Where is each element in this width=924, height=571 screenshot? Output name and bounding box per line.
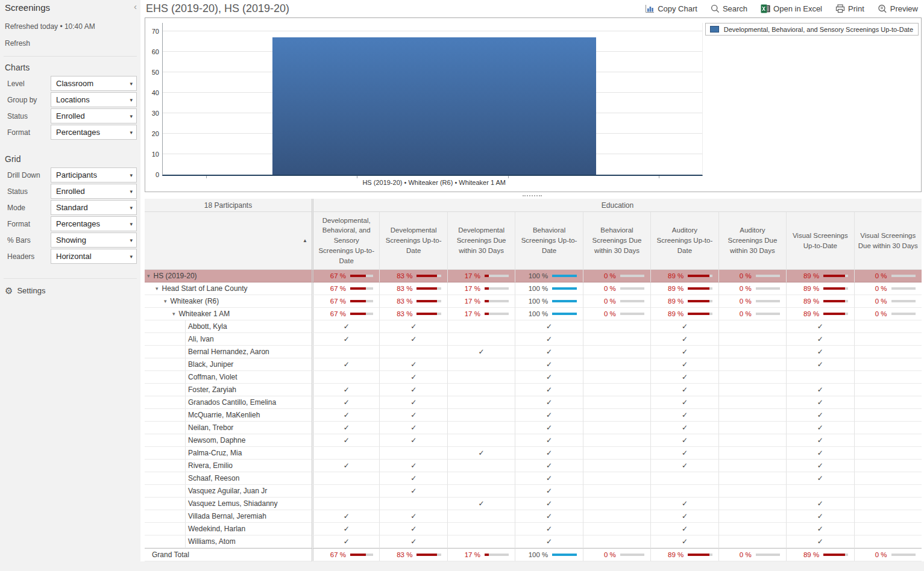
participant-row[interactable]: Vasquez Aguilar, Juan Jr✓✓ (145, 485, 922, 498)
dropdown-format[interactable]: Percentages▾ (51, 216, 137, 231)
dropdown-mode[interactable]: Standard▾ (51, 200, 137, 215)
summary-name-cell[interactable]: ▾Whiteaker (R6) (145, 295, 312, 308)
percent-bar-fill (552, 300, 576, 302)
percent-bar-track (552, 287, 576, 290)
expander-icon[interactable]: ▾ (172, 311, 175, 317)
participant-name-cell[interactable]: Villada Bernal, Jeremiah (145, 510, 312, 523)
column-header-visual-screenings-up-to-date[interactable]: Visual Screenings Up-to-Date (786, 212, 853, 270)
participant-name-cell[interactable]: Schaaf, Reeson (145, 472, 312, 485)
chart-grid-splitter[interactable] (140, 192, 924, 199)
collapse-sidebar-icon[interactable]: ‹ (134, 1, 137, 11)
empty-cell (854, 396, 922, 409)
dropdown-group-by[interactable]: Locations▾ (51, 92, 137, 107)
participant-name-cell[interactable]: McQuarrie, MaKenlieh (145, 409, 312, 422)
participant-row[interactable]: Coffman, Violet✓✓✓ (145, 371, 922, 384)
percent-cell: 89 % (786, 308, 853, 320)
participant-name-cell[interactable]: Granados Cantillo, Emelina (145, 396, 312, 409)
participant-row[interactable]: Foster, Zaryiah✓✓✓✓✓ (145, 384, 922, 396)
participant-name-cell[interactable]: Wedekind, Harlan (145, 523, 312, 535)
column-header-developmental-screenings-due-within-30-days[interactable]: Developmental Screenings Due within 30 D… (447, 212, 515, 270)
participant-row[interactable]: Rivera, Emilio✓✓✓✓✓ (145, 460, 922, 472)
participant-row[interactable]: Wedekind, Harlan✓✓✓✓✓ (145, 523, 922, 535)
toolbar-preview-button[interactable]: Preview (878, 4, 918, 13)
expander-icon[interactable]: ▾ (147, 273, 150, 279)
summary-name-cell[interactable]: ▾Whiteaker 1 AM (145, 308, 312, 320)
column-header-behavioral-screenings-up-to-date[interactable]: Behavioral Screenings Up-to-Date (515, 212, 582, 270)
toolbar-copy-chart-button[interactable]: Copy Chart (645, 4, 697, 13)
participant-name-cell[interactable]: Vasquez Aguilar, Juan Jr (145, 485, 312, 498)
percent-bar-track (891, 554, 916, 556)
column-header-auditory-screenings-up-to-date[interactable]: Auditory Screenings Up-to-Date (650, 212, 718, 270)
participant-row[interactable]: Ali, Ivan✓✓✓✓✓ (145, 333, 922, 346)
checkmark-icon: ✓ (650, 422, 718, 434)
participant-row[interactable]: Black, Juniper✓✓✓✓✓ (145, 358, 922, 371)
column-header-auditory-screenings-due-within-30-days[interactable]: Auditory Screenings Due within 30 Days (718, 212, 786, 270)
percent-cell: 89 % (650, 282, 718, 295)
summary-row[interactable]: ▾Whiteaker 1 AM67 %83 %17 %100 %0 %89 %0… (145, 308, 922, 320)
participant-name-cell[interactable]: Newsom, Daphne (145, 434, 312, 447)
checkmark-icon: ✓ (650, 447, 718, 460)
participant-name-cell[interactable]: Bernal Hernandez, Aaron (145, 346, 312, 358)
participant-name-cell[interactable]: Palma-Cruz, Mia (145, 447, 312, 460)
column-header-visual-screenings-due-within-30-days[interactable]: Visual Screenings Due within 30 Days (854, 212, 922, 270)
participant-name-cell[interactable]: Abbott, Kyla (145, 320, 312, 333)
expander-icon[interactable]: ▾ (164, 298, 167, 304)
summary-name-cell[interactable]: ▾HS (2019-20) (145, 270, 312, 282)
participant-name-cell[interactable]: Rivera, Emilio (145, 460, 312, 472)
column-header-behavioral-screenings-due-within-30-days[interactable]: Behavioral Screenings Due within 30 Days (583, 212, 650, 270)
dropdown-drill-down[interactable]: Participants▾ (51, 167, 137, 183)
dropdown-status[interactable]: Enrolled▾ (51, 184, 137, 199)
name-column-header[interactable]: ▲ (145, 212, 312, 270)
column-header-developmental-screenings-up-to-date[interactable]: Developmental Screenings Up-to-Date (379, 212, 447, 270)
summary-row[interactable]: ▾Head Start of Lane County67 %83 %17 %10… (145, 282, 922, 295)
settings-button[interactable]: ⚙ Settings (0, 279, 140, 302)
chart-bar[interactable] (272, 37, 596, 175)
participant-row[interactable]: Neilan, Trebor✓✓✓✓✓ (145, 422, 922, 434)
percent-bar-track (485, 554, 509, 556)
participants-count-header[interactable]: 18 Participants (145, 199, 312, 212)
percent-bar-track (688, 287, 712, 290)
participant-row[interactable]: Bernal Hernandez, Aaron✓✓✓✓ (145, 346, 922, 358)
participant-row[interactable]: Newsom, Daphne✓✓✓✓✓ (145, 434, 922, 447)
empty-cell (854, 472, 922, 485)
checkmark-icon: ✓ (786, 498, 853, 510)
participant-row[interactable]: Granados Cantillo, Emelina✓✓✓✓✓ (145, 396, 922, 409)
percent-bar-fill (552, 275, 576, 277)
dropdown-headers[interactable]: Horizontal▾ (51, 249, 137, 264)
empty-cell (854, 358, 922, 371)
participant-name-cell[interactable]: Foster, Zaryiah (145, 384, 312, 396)
toolbar-open-in-excel-button[interactable]: Open in Excel (761, 4, 822, 13)
summary-row[interactable]: ▾Whiteaker (R6)67 %83 %17 %100 %0 %89 %0… (145, 295, 922, 308)
y-axis-tick-label: 60 (146, 48, 159, 55)
participant-name-cell[interactable]: Black, Juniper (145, 358, 312, 371)
empty-cell (447, 460, 515, 472)
participant-row[interactable]: Schaaf, Reeson✓✓✓ (145, 472, 922, 485)
column-header-developmental-behavioral-and-sensory-screenings-up-to-date[interactable]: Developmental, Behavioral, and Sensory S… (312, 212, 379, 270)
participant-row[interactable]: Palma-Cruz, Mia✓✓✓✓ (145, 447, 922, 460)
dropdown-format[interactable]: Percentages▾ (51, 125, 137, 140)
dropdown-bars[interactable]: Showing▾ (51, 232, 137, 248)
field-label-status: Status (7, 187, 51, 196)
dropdown-level[interactable]: Classroom▾ (51, 76, 137, 91)
empty-cell (583, 447, 650, 460)
percent-value: 67 % (321, 285, 346, 292)
participant-row[interactable]: Abbott, Kyla✓✓✓✓✓ (145, 320, 922, 333)
participant-row[interactable]: Vasquez Lemus, Shiadanny✓✓✓✓ (145, 498, 922, 510)
participant-name-cell[interactable]: Vasquez Lemus, Shiadanny (145, 498, 312, 510)
participant-name-cell[interactable]: Coffman, Violet (145, 371, 312, 384)
participant-row[interactable]: McQuarrie, MaKenlieh✓✓✓✓✓ (145, 409, 922, 422)
participant-name-cell[interactable]: Ali, Ivan (145, 333, 312, 346)
participant-name-cell[interactable]: Neilan, Trebor (145, 422, 312, 434)
summary-name-cell[interactable]: ▾Head Start of Lane County (145, 282, 312, 295)
summary-row[interactable]: ▾HS (2019-20)67 %83 %17 %100 %0 %89 %0 %… (145, 270, 922, 282)
toolbar-print-button[interactable]: Print (835, 4, 864, 13)
participant-row[interactable]: Williams, Atom✓✓✓✓✓ (145, 535, 922, 548)
participant-row[interactable]: Villada Bernal, Jeremiah✓✓✓✓✓ (145, 510, 922, 523)
percent-value: 0 % (862, 285, 887, 292)
dropdown-status[interactable]: Enrolled▾ (51, 108, 137, 123)
expander-icon[interactable]: ▾ (156, 286, 159, 292)
percent-bar-fill (823, 275, 845, 277)
toolbar-search-button[interactable]: Search (711, 4, 747, 13)
participant-name-cell[interactable]: Williams, Atom (145, 535, 312, 548)
refresh-button[interactable]: Refresh (0, 31, 140, 48)
